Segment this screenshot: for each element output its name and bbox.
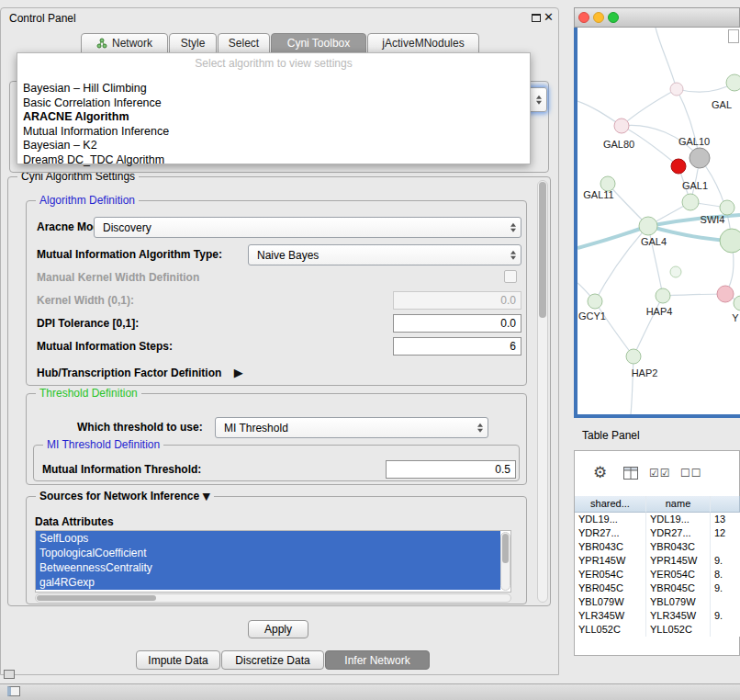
table-row[interactable]: YLR345WYLR345W9. — [575, 609, 740, 623]
table-row[interactable]: YPR145WYPR145W9. — [575, 554, 740, 568]
manual-kernel-checkbox[interactable] — [504, 270, 517, 283]
column-header-partial[interactable] — [711, 496, 740, 513]
network-node[interactable] — [720, 229, 740, 253]
tab-select[interactable]: Select — [218, 33, 270, 53]
algorithm-option[interactable]: Dream8 DC_TDC Algorithm — [17, 153, 530, 168]
columns-icon[interactable] — [623, 467, 638, 482]
attribute-list-item[interactable]: TopologicalCoefficient — [36, 546, 500, 560]
algorithm-dropdown-options: Bayesian – Hill ClimbingBasic Correlatio… — [17, 82, 530, 167]
tab-style[interactable]: Style — [169, 33, 217, 53]
table-cell: 13 — [711, 513, 740, 526]
network-view-frame: GALGAL80GAL10GAL11GAL1SWI4GAL4GCY1HAP4YH… — [574, 28, 740, 418]
settings-gear-icon[interactable]: ⚙ — [593, 463, 607, 481]
attribute-list-item[interactable]: SelfLoops — [36, 531, 500, 546]
attribute-list-item[interactable]: BetweennessCentrality — [36, 560, 500, 575]
table-cell: YBR043C — [646, 540, 711, 554]
network-node-label: HAP4 — [646, 306, 673, 317]
sources-collapse-icon[interactable]: ▼ — [202, 491, 209, 502]
table-cell — [711, 595, 740, 609]
aracne-mode-select[interactable]: Discovery — [94, 217, 521, 238]
network-node[interactable] — [614, 119, 629, 133]
network-node[interactable] — [690, 148, 710, 168]
status-bar — [0, 683, 740, 700]
table-row[interactable]: YER054CYER054C8. — [575, 568, 740, 581]
network-node-label: GAL80 — [603, 139, 634, 150]
network-node[interactable] — [671, 159, 686, 174]
algorithm-option[interactable]: Mutual Information Inference — [17, 125, 530, 140]
combo-stepper-icon — [536, 95, 542, 105]
network-node[interactable] — [670, 83, 683, 96]
table-body: YDL19...YDL19...13YDR27...YDR27...12YBR0… — [575, 513, 740, 655]
kernel-width-label: Kernel Width (0,1): — [37, 294, 134, 307]
table-cell: 12 — [711, 526, 740, 540]
attribute-list-item[interactable]: gal4RGexp — [36, 575, 500, 590]
table-row[interactable]: YBR045CYBR045C9. — [575, 581, 740, 595]
dpi-tolerance-field[interactable]: 0.0 — [393, 314, 521, 333]
table-row[interactable]: YDR27...YDR27...12 — [575, 526, 740, 540]
tab-network[interactable]: Network — [81, 33, 168, 53]
network-node[interactable] — [682, 194, 699, 210]
which-threshold-select[interactable]: MI Threshold — [215, 417, 488, 438]
status-bar-panel-icon[interactable] — [7, 686, 20, 696]
network-node[interactable] — [734, 296, 740, 310]
window-close-button[interactable] — [578, 12, 589, 23]
table-row[interactable]: YLL052CYLL052C — [575, 623, 740, 637]
sources-title-text: Sources for Network Inference — [39, 490, 199, 502]
attributes-hscrollbar-thumb[interactable] — [37, 595, 156, 601]
window-minimize-button[interactable] — [593, 12, 604, 23]
tab-label: Style — [181, 37, 206, 50]
settings-scrollbar-thumb[interactable] — [539, 182, 546, 318]
table-cell: YLL052C — [575, 623, 646, 637]
column-header-shared-name[interactable]: shared... — [575, 496, 646, 513]
tab-label: Cyni Toolbox — [287, 37, 350, 50]
table-cell: YPR145W — [646, 554, 711, 568]
table-row[interactable]: YDL19...YDL19...13 — [575, 513, 740, 526]
select-all-rows-icon[interactable]: ☑☑ — [649, 467, 671, 480]
network-node-label: HAP2 — [632, 367, 658, 378]
hub-section-row[interactable]: Hub/Transcription Factor Definition ▶ — [37, 366, 243, 379]
network-node[interactable] — [656, 288, 670, 303]
window-zoom-button[interactable] — [608, 12, 619, 23]
algorithm-option[interactable]: ARACNE Algorithm — [17, 110, 530, 125]
column-header-name[interactable]: name — [646, 496, 711, 513]
network-node[interactable] — [726, 74, 740, 91]
apply-button[interactable]: Apply — [248, 620, 308, 638]
network-node-label: GCY1 — [578, 310, 606, 322]
threshold-definition-title: Threshold Definition — [36, 387, 141, 400]
bottom-tab-discretize-data[interactable]: Discretize Data — [221, 650, 324, 670]
hub-expand-icon[interactable]: ▶ — [234, 366, 243, 379]
tab-jactivemnodules[interactable]: jActiveMNodules — [367, 33, 479, 53]
float-panel-icon[interactable] — [532, 14, 541, 22]
network-scrollbar[interactable] — [728, 29, 739, 43]
network-node[interactable] — [670, 266, 681, 277]
panel-dock-icon[interactable] — [4, 670, 15, 679]
table-cell: YLR345W — [646, 609, 711, 623]
network-node[interactable] — [588, 294, 602, 309]
table-row[interactable]: YBL079WYBL079W — [575, 595, 740, 609]
mi-threshold-field[interactable]: 0.5 — [386, 460, 516, 479]
network-node[interactable] — [626, 349, 641, 364]
network-node[interactable] — [717, 286, 734, 302]
close-icon[interactable]: ✕ — [544, 10, 554, 24]
bottom-tab-infer-network[interactable]: Infer Network — [325, 650, 430, 670]
algorithm-option[interactable]: Bayesian – Hill Climbing — [17, 82, 530, 96]
network-tab-icon — [96, 38, 107, 49]
algorithm-definition-title: Algorithm Definition — [36, 194, 139, 207]
sources-group-title[interactable]: Sources for Network Inference ▼ — [36, 490, 214, 502]
data-attributes-listbox: SelfLoopsTopologicalCoefficientBetweenne… — [35, 530, 511, 593]
bottom-tab-impute-data[interactable]: Impute Data — [136, 650, 220, 670]
mi-steps-field[interactable]: 6 — [393, 337, 521, 356]
network-node-label: GAL4 — [641, 236, 667, 247]
attributes-vscrollbar-thumb[interactable] — [502, 534, 509, 563]
table-panel-title: Table Panel — [582, 429, 640, 442]
mi-type-select[interactable]: Naive Bayes — [248, 244, 521, 265]
network-canvas[interactable]: GALGAL80GAL10GAL11GAL1SWI4GAL4GCY1HAP4YH… — [577, 28, 740, 414]
network-node[interactable] — [639, 217, 657, 235]
algorithm-option[interactable]: Basic Correlation Inference — [17, 96, 530, 111]
network-node-label: GAL — [712, 99, 732, 110]
algorithm-option[interactable]: Bayesian – K2 — [17, 139, 530, 153]
deselect-all-rows-icon[interactable]: ☐☐ — [680, 467, 702, 480]
tab-cyni-toolbox[interactable]: Cyni Toolbox — [271, 33, 366, 53]
table-row[interactable]: YBR043CYBR043C — [575, 540, 740, 554]
network-node[interactable] — [720, 200, 734, 215]
